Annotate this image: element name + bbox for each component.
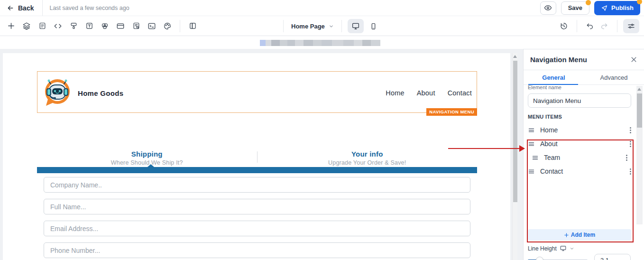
email-field[interactable] xyxy=(44,221,470,236)
scrollbar-up-arrow[interactable] xyxy=(513,55,517,58)
version-history-button[interactable] xyxy=(557,19,571,33)
nav-link-home[interactable]: Home xyxy=(386,89,404,97)
site-header-element[interactable]: Home Goods Home About Contact NAVIGATION… xyxy=(37,71,477,113)
responsive-desktop-icon[interactable] xyxy=(560,245,567,252)
terminal-icon xyxy=(147,22,156,30)
page-preview[interactable]: Home Goods Home About Contact NAVIGATION… xyxy=(3,53,510,260)
back-button[interactable]: Back xyxy=(0,0,42,16)
topbar: Back Last saved a few seconds ago Save P… xyxy=(0,0,644,16)
publish-button[interactable]: Publish xyxy=(594,1,640,15)
step-your-info[interactable]: Your info Upgrade Your Order & Save! xyxy=(258,150,478,167)
company-name-field[interactable] xyxy=(44,177,470,193)
checkout-button[interactable] xyxy=(113,19,128,33)
blurred-url-text xyxy=(260,40,380,46)
panel-tabs: General Advanced xyxy=(524,70,644,85)
layout-columns-button[interactable] xyxy=(185,19,200,33)
panel-scrollbar-thumb[interactable] xyxy=(637,93,642,128)
save-notification-dot xyxy=(586,0,591,5)
menu-item-contact[interactable]: Contact xyxy=(528,165,631,178)
drag-handle-icon[interactable] xyxy=(532,154,539,161)
tab-general[interactable]: General xyxy=(524,70,584,84)
settings-panel: Navigation Menu General Advanced Element… xyxy=(523,49,644,260)
panel-title: Navigation Menu xyxy=(530,56,587,64)
publish-label: Publish xyxy=(611,4,634,11)
drag-handle-icon[interactable] xyxy=(528,127,535,134)
settings-panel-button[interactable] xyxy=(623,19,639,33)
step-shipping[interactable]: Shipping Where Should We Ship It? xyxy=(37,150,257,167)
theme-button[interactable] xyxy=(160,19,175,33)
checkout-steps: Shipping Where Should We Ship It? Your i… xyxy=(37,150,477,167)
step-subtitle: Where Should We Ship It? xyxy=(37,159,257,166)
canvas-scrollbar[interactable] xyxy=(512,53,517,260)
panel-scrollbar-up-arrow[interactable] xyxy=(637,88,641,91)
menu-items-label: MENU ITEMS xyxy=(528,114,562,120)
site-nav: Home About Contact xyxy=(386,89,472,97)
history-clock-icon xyxy=(560,22,568,30)
add-item-button[interactable]: Add Item xyxy=(528,229,631,241)
menu-item-home[interactable]: Home xyxy=(528,123,631,137)
close-panel-button[interactable] xyxy=(630,56,637,63)
arrow-left-icon xyxy=(7,4,14,12)
full-name-field[interactable] xyxy=(44,199,470,214)
nav-link-contact[interactable]: Contact xyxy=(448,89,472,97)
scrollbar-thumb[interactable] xyxy=(513,61,517,202)
back-label: Back xyxy=(18,4,34,12)
preview-button[interactable] xyxy=(540,1,556,15)
plus-icon xyxy=(564,232,569,238)
seo-button[interactable] xyxy=(129,19,143,33)
kebab-menu-icon[interactable] xyxy=(630,141,631,147)
typography-button[interactable] xyxy=(82,19,96,33)
mobile-icon xyxy=(369,22,377,30)
saved-status: Last saved a few seconds ago xyxy=(49,5,129,11)
send-icon xyxy=(601,4,608,11)
doc-search-icon xyxy=(132,22,140,30)
divider xyxy=(617,20,617,32)
step-title: Shipping xyxy=(37,150,257,158)
kebab-menu-icon[interactable] xyxy=(630,168,631,175)
step-subtitle: Upgrade Your Order & Save! xyxy=(258,159,478,166)
page-selector-label: Home Page xyxy=(291,23,325,30)
text-icon xyxy=(85,22,93,30)
menu-item-team[interactable]: Team xyxy=(528,151,631,164)
drag-handle-icon[interactable] xyxy=(528,140,535,148)
publish-notification-dot xyxy=(637,0,642,4)
menu-item-about[interactable]: About xyxy=(528,137,631,150)
kebab-menu-icon[interactable] xyxy=(630,127,631,133)
redo-button[interactable] xyxy=(597,19,611,33)
mobile-view-button[interactable] xyxy=(367,19,381,33)
add-element-button[interactable] xyxy=(4,19,18,33)
code-button[interactable] xyxy=(51,19,65,33)
save-button[interactable]: Save xyxy=(561,1,589,15)
page-builder-app: Back Last saved a few seconds ago Save P… xyxy=(0,0,644,260)
phone-field[interactable] xyxy=(44,242,470,258)
redo-icon xyxy=(600,22,608,30)
page-selector[interactable]: Home Page xyxy=(284,23,341,30)
sections-button[interactable] xyxy=(19,19,34,33)
kebab-menu-icon[interactable] xyxy=(626,155,627,161)
site-logo xyxy=(44,77,71,110)
plus-icon xyxy=(7,22,15,30)
slider-thumb[interactable] xyxy=(536,257,543,260)
paint-roller-icon xyxy=(70,22,78,30)
line-height-value-input[interactable] xyxy=(594,254,631,260)
canvas-top-strip xyxy=(0,36,644,49)
menu-item-label: Contact xyxy=(540,167,563,175)
colors-button[interactable] xyxy=(98,19,112,33)
annotation-arrow xyxy=(448,148,520,149)
styles-button[interactable] xyxy=(66,19,81,33)
undo-button[interactable] xyxy=(583,19,597,33)
drag-handle-icon[interactable] xyxy=(528,168,535,175)
line-height-label: Line Height xyxy=(528,245,557,252)
add-item-label: Add Item xyxy=(571,232,595,238)
desktop-icon xyxy=(351,22,360,30)
scripts-button[interactable] xyxy=(145,19,159,33)
tab-advanced[interactable]: Advanced xyxy=(584,70,644,84)
code-icon xyxy=(54,22,62,30)
sliders-icon xyxy=(627,22,635,30)
desktop-view-button[interactable] xyxy=(348,19,364,33)
active-step-notch xyxy=(147,164,154,167)
page-content-button[interactable] xyxy=(35,19,49,33)
nav-link-about[interactable]: About xyxy=(417,89,435,97)
chevron-down-icon[interactable] xyxy=(570,246,574,251)
element-name-input[interactable] xyxy=(528,93,631,108)
